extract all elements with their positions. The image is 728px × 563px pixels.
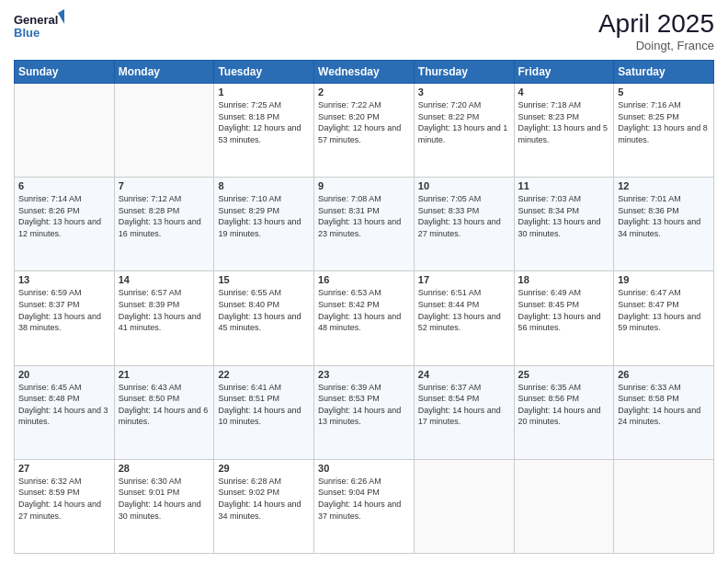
header: General Blue April 2025 Doingt, France (14, 9, 714, 52)
day-info: Sunrise: 6:55 AM Sunset: 8:40 PM Dayligh… (218, 287, 310, 333)
weekday-header-tuesday: Tuesday (214, 61, 314, 84)
calendar-cell: 7Sunrise: 7:12 AM Sunset: 8:28 PM Daylig… (114, 178, 214, 271)
calendar-cell: 13Sunrise: 6:59 AM Sunset: 8:37 PM Dayli… (15, 271, 115, 365)
day-number: 8 (218, 180, 310, 191)
calendar-cell: 17Sunrise: 6:51 AM Sunset: 8:44 PM Dayli… (414, 271, 514, 365)
svg-text:Blue: Blue (14, 26, 40, 40)
day-info: Sunrise: 7:08 AM Sunset: 8:31 PM Dayligh… (318, 193, 410, 239)
day-number: 23 (318, 369, 410, 380)
day-info: Sunrise: 7:01 AM Sunset: 8:36 PM Dayligh… (618, 193, 710, 239)
calendar-cell: 24Sunrise: 6:37 AM Sunset: 8:54 PM Dayli… (414, 365, 514, 459)
day-number: 4 (518, 86, 610, 98)
day-number: 24 (418, 369, 510, 380)
day-info: Sunrise: 6:45 AM Sunset: 8:48 PM Dayligh… (18, 382, 110, 428)
day-number: 28 (119, 463, 210, 474)
day-number: 27 (18, 463, 110, 474)
calendar-cell: 5Sunrise: 7:16 AM Sunset: 8:25 PM Daylig… (614, 84, 714, 178)
day-info: Sunrise: 7:03 AM Sunset: 8:34 PM Dayligh… (518, 193, 610, 239)
day-info: Sunrise: 7:18 AM Sunset: 8:23 PM Dayligh… (518, 99, 610, 145)
calendar-cell (15, 84, 115, 178)
calendar-cell: 30Sunrise: 6:26 AM Sunset: 9:04 PM Dayli… (314, 459, 415, 553)
day-info: Sunrise: 6:47 AM Sunset: 8:47 PM Dayligh… (618, 287, 710, 333)
calendar-cell: 16Sunrise: 6:53 AM Sunset: 8:42 PM Dayli… (314, 271, 415, 365)
svg-marker-2 (58, 9, 64, 24)
svg-text:General: General (14, 13, 58, 27)
calendar-cell (114, 84, 214, 178)
day-number: 29 (218, 463, 310, 474)
weekday-header-wednesday: Wednesday (314, 61, 415, 84)
title-area: April 2025 Doingt, France (598, 9, 714, 52)
day-info: Sunrise: 7:12 AM Sunset: 8:28 PM Dayligh… (119, 193, 210, 239)
logo: General Blue (14, 9, 64, 42)
day-number: 19 (618, 274, 710, 285)
subtitle: Doingt, France (598, 39, 714, 52)
day-info: Sunrise: 7:16 AM Sunset: 8:25 PM Dayligh… (618, 99, 710, 145)
calendar-cell: 27Sunrise: 6:32 AM Sunset: 8:59 PM Dayli… (15, 459, 115, 553)
day-info: Sunrise: 6:59 AM Sunset: 8:37 PM Dayligh… (18, 287, 110, 333)
weekday-header-monday: Monday (114, 61, 214, 84)
day-info: Sunrise: 6:51 AM Sunset: 8:44 PM Dayligh… (418, 287, 510, 333)
calendar-cell: 25Sunrise: 6:35 AM Sunset: 8:56 PM Dayli… (514, 365, 614, 459)
day-number: 13 (18, 274, 110, 285)
calendar-table: SundayMondayTuesdayWednesdayThursdayFrid… (14, 60, 714, 554)
day-number: 15 (218, 274, 310, 285)
day-number: 2 (318, 86, 410, 98)
day-info: Sunrise: 7:10 AM Sunset: 8:29 PM Dayligh… (218, 193, 310, 239)
day-number: 14 (119, 274, 210, 285)
calendar-cell: 23Sunrise: 6:39 AM Sunset: 8:53 PM Dayli… (314, 365, 415, 459)
main-title: April 2025 (598, 9, 714, 39)
day-info: Sunrise: 7:25 AM Sunset: 8:18 PM Dayligh… (218, 99, 310, 145)
weekday-header-thursday: Thursday (414, 61, 514, 84)
day-number: 30 (318, 463, 410, 474)
calendar-cell: 1Sunrise: 7:25 AM Sunset: 8:18 PM Daylig… (214, 84, 314, 178)
calendar-cell: 19Sunrise: 6:47 AM Sunset: 8:47 PM Dayli… (614, 271, 714, 365)
day-info: Sunrise: 7:20 AM Sunset: 8:22 PM Dayligh… (418, 99, 510, 145)
calendar-cell: 18Sunrise: 6:49 AM Sunset: 8:45 PM Dayli… (514, 271, 614, 365)
calendar-cell: 6Sunrise: 7:14 AM Sunset: 8:26 PM Daylig… (15, 178, 115, 271)
day-info: Sunrise: 6:57 AM Sunset: 8:39 PM Dayligh… (119, 287, 210, 333)
weekday-header-row: SundayMondayTuesdayWednesdayThursdayFrid… (15, 61, 714, 84)
calendar-cell (414, 459, 514, 553)
weekday-header-friday: Friday (514, 61, 614, 84)
day-number: 7 (119, 180, 210, 191)
day-info: Sunrise: 6:30 AM Sunset: 9:01 PM Dayligh… (119, 476, 210, 522)
calendar-cell: 4Sunrise: 7:18 AM Sunset: 8:23 PM Daylig… (514, 84, 614, 178)
calendar-cell: 22Sunrise: 6:41 AM Sunset: 8:51 PM Dayli… (214, 365, 314, 459)
day-number: 1 (218, 86, 310, 98)
day-info: Sunrise: 6:49 AM Sunset: 8:45 PM Dayligh… (518, 287, 610, 333)
calendar-cell: 2Sunrise: 7:22 AM Sunset: 8:20 PM Daylig… (314, 84, 415, 178)
day-info: Sunrise: 7:22 AM Sunset: 8:20 PM Dayligh… (318, 99, 410, 145)
page: General Blue April 2025 Doingt, France S… (0, 0, 728, 563)
week-row-4: 20Sunrise: 6:45 AM Sunset: 8:48 PM Dayli… (15, 365, 714, 459)
day-info: Sunrise: 6:53 AM Sunset: 8:42 PM Dayligh… (318, 287, 410, 333)
day-number: 3 (418, 86, 510, 98)
day-number: 12 (618, 180, 710, 191)
day-info: Sunrise: 6:37 AM Sunset: 8:54 PM Dayligh… (418, 382, 510, 428)
day-number: 5 (618, 86, 710, 98)
day-number: 21 (119, 369, 210, 380)
day-info: Sunrise: 6:28 AM Sunset: 9:02 PM Dayligh… (218, 476, 310, 522)
calendar-cell: 10Sunrise: 7:05 AM Sunset: 8:33 PM Dayli… (414, 178, 514, 271)
calendar-cell: 21Sunrise: 6:43 AM Sunset: 8:50 PM Dayli… (114, 365, 214, 459)
day-info: Sunrise: 6:43 AM Sunset: 8:50 PM Dayligh… (119, 382, 210, 428)
calendar-cell: 12Sunrise: 7:01 AM Sunset: 8:36 PM Dayli… (614, 178, 714, 271)
calendar-cell: 26Sunrise: 6:33 AM Sunset: 8:58 PM Dayli… (614, 365, 714, 459)
calendar-cell: 9Sunrise: 7:08 AM Sunset: 8:31 PM Daylig… (314, 178, 415, 271)
calendar-cell (514, 459, 614, 553)
calendar-cell: 11Sunrise: 7:03 AM Sunset: 8:34 PM Dayli… (514, 178, 614, 271)
day-info: Sunrise: 6:32 AM Sunset: 8:59 PM Dayligh… (18, 476, 110, 522)
day-info: Sunrise: 6:26 AM Sunset: 9:04 PM Dayligh… (318, 476, 410, 522)
day-number: 6 (18, 180, 110, 191)
day-number: 10 (418, 180, 510, 191)
day-number: 20 (18, 369, 110, 380)
calendar-cell (614, 459, 714, 553)
calendar-cell: 15Sunrise: 6:55 AM Sunset: 8:40 PM Dayli… (214, 271, 314, 365)
week-row-2: 6Sunrise: 7:14 AM Sunset: 8:26 PM Daylig… (15, 178, 714, 271)
week-row-1: 1Sunrise: 7:25 AM Sunset: 8:18 PM Daylig… (15, 84, 714, 178)
day-number: 11 (518, 180, 610, 191)
day-number: 26 (618, 369, 710, 380)
day-info: Sunrise: 7:14 AM Sunset: 8:26 PM Dayligh… (18, 193, 110, 239)
logo-svg: General Blue (14, 9, 64, 42)
calendar-cell: 3Sunrise: 7:20 AM Sunset: 8:22 PM Daylig… (414, 84, 514, 178)
calendar-cell: 8Sunrise: 7:10 AM Sunset: 8:29 PM Daylig… (214, 178, 314, 271)
